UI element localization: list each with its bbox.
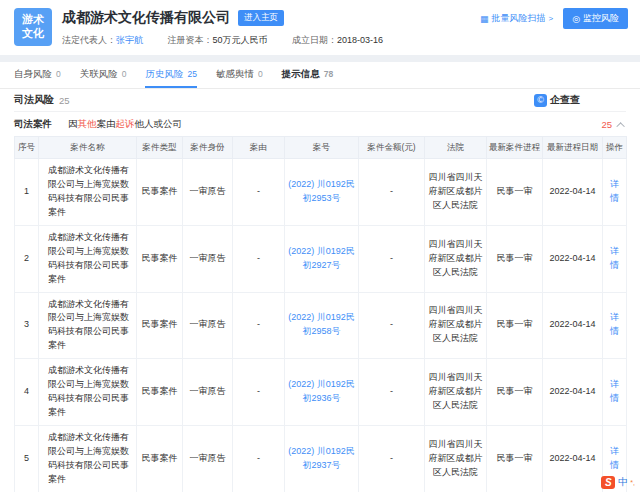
sogou-icon[interactable]: S <box>601 476 615 489</box>
cell-court: 四川省四川天府新区成都片区人民法院 <box>425 225 487 292</box>
reg-capital-label: 注册资本： <box>168 35 213 45</box>
table-row: 3 成都游术文化传播有限公司与上海宽娱数码科技有限公司民事案件 民事案件 一审原… <box>15 292 627 359</box>
tab-notice-info[interactable]: 提示信息78 <box>282 62 333 88</box>
cell-progress-date: 2022-04-14 <box>543 359 603 426</box>
case-no-link[interactable]: (2022) 川0192民初2958号 <box>288 312 355 336</box>
tab-count: 0 <box>258 69 263 79</box>
qichacha-watermark-text: 企查查 <box>550 93 580 107</box>
legal-rep-link[interactable]: 张宇航 <box>116 35 143 45</box>
col-case-type: 案件类型 <box>137 137 183 159</box>
company-logo: 游术 文化 <box>14 8 52 46</box>
case-table: 序号 案件名称 案件类型 案件身份 案由 案号 案件金额(元) 法院 最新案件进… <box>14 136 627 492</box>
cell-case-type: 民事案件 <box>137 225 183 292</box>
cell-case-type: 民事案件 <box>137 359 183 426</box>
cell-index: 4 <box>15 359 39 426</box>
case-no-link[interactable]: (2022) 川0192民初2953号 <box>288 179 355 203</box>
batch-risk-scan-link[interactable]: ▦ 批量风险扫描 > <box>480 12 553 25</box>
col-case-role: 案件身份 <box>183 137 233 159</box>
col-index: 序号 <box>15 137 39 159</box>
table-header-row: 序号 案件名称 案件类型 案件身份 案由 案号 案件金额(元) 法院 最新案件进… <box>15 137 627 159</box>
col-action: 操作 <box>603 137 627 159</box>
cell-case-no: (2022) 川0192民初2937号 <box>285 426 359 492</box>
cell-case-name: 成都游术文化传播有限公司与上海宽娱数码科技有限公司民事案件 <box>39 426 137 492</box>
case-no-link[interactable]: (2022) 川0192民初2927号 <box>288 246 355 270</box>
detail-link[interactable]: 详情 <box>610 246 619 270</box>
cell-progress: 民事一审 <box>487 426 543 492</box>
cell-case-name: 成都游术文化传播有限公司与上海宽娱数码科技有限公司民事案件 <box>39 359 137 426</box>
ime-tool-icons[interactable]: *, <box>630 479 635 486</box>
judicial-risk-section-header: 司法风险 25 © 企查查 <box>14 89 626 112</box>
cell-court: 四川省四川天府新区成都片区人民法院 <box>425 426 487 492</box>
cell-progress-date: 2022-04-14 <box>543 426 603 492</box>
cell-cause: - <box>233 359 285 426</box>
legal-rep-label: 法定代表人： <box>62 35 116 45</box>
tab-count: 25 <box>187 69 196 79</box>
cell-cause: - <box>233 292 285 359</box>
cell-case-role: 一审原告 <box>183 359 233 426</box>
detail-link[interactable]: 详情 <box>610 446 619 470</box>
detail-link[interactable]: 详情 <box>610 379 619 403</box>
tab-count: 0 <box>56 69 61 79</box>
cell-amount: - <box>359 426 425 492</box>
tab-count: 0 <box>122 69 127 79</box>
est-date-label: 成立日期： <box>292 35 337 45</box>
cell-index: 2 <box>15 225 39 292</box>
col-progress-date: 最新进程日期 <box>543 137 603 159</box>
risk-tabs: 自身风险0 关联风险0 历史风险25 敏感舆情0 提示信息78 <box>0 62 640 89</box>
chevron-up-icon <box>616 122 624 130</box>
cell-progress-date: 2022-04-14 <box>543 159 603 226</box>
section-count: 25 <box>59 95 70 106</box>
cell-cause: - <box>233 426 285 492</box>
cell-case-name: 成都游术文化传播有限公司与上海宽娱数码科技有限公司民事案件 <box>39 292 137 359</box>
tab-history-risk[interactable]: 历史风险25 <box>145 62 196 88</box>
col-amount: 案件金额(元) <box>359 137 425 159</box>
enter-homepage-button[interactable]: 进入主页 <box>238 10 284 26</box>
cell-progress-date: 2022-04-14 <box>543 292 603 359</box>
cell-amount: - <box>359 225 425 292</box>
detail-link[interactable]: 详情 <box>610 312 619 336</box>
monitor-risk-label: 监控风险 <box>583 12 619 25</box>
tab-self-risk[interactable]: 自身风险0 <box>14 62 61 88</box>
chevron-right-icon: > <box>548 14 553 23</box>
cell-court: 四川省四川天府新区成都片区人民法院 <box>425 359 487 426</box>
case-no-link[interactable]: (2022) 川0192民初2937号 <box>288 446 355 470</box>
detail-link[interactable]: 详情 <box>610 179 619 203</box>
monitor-risk-button[interactable]: ◎ 监控风险 <box>563 8 628 29</box>
case-no-link[interactable]: (2022) 川0192民初2936号 <box>288 379 355 403</box>
cell-progress-date: 2022-04-14 <box>543 225 603 292</box>
col-case-no: 案号 <box>285 137 359 159</box>
case-description: 因其他案由起诉他人或公司 <box>68 118 182 131</box>
cell-progress: 民事一审 <box>487 159 543 226</box>
cell-amount: - <box>359 359 425 426</box>
collapse-toggle[interactable]: 25 <box>601 119 625 130</box>
tab-count: 78 <box>324 69 333 79</box>
cause-highlight: 其他 <box>78 118 97 129</box>
col-case-name: 案件名称 <box>39 137 137 159</box>
cell-case-role: 一审原告 <box>183 426 233 492</box>
col-court: 法院 <box>425 137 487 159</box>
est-date-value: 2018-03-16 <box>337 35 383 45</box>
monitor-icon: ◎ <box>572 14 580 24</box>
company-info: 成都游术文化传播有限公司 进入主页 法定代表人：张宇航 注册资本：50万元人民币… <box>62 8 405 47</box>
table-row: 1 成都游术文化传播有限公司与上海宽娱数码科技有限公司民事案件 民事案件 一审原… <box>15 159 627 226</box>
logo-text-line2: 文化 <box>22 27 44 41</box>
cell-cause: - <box>233 225 285 292</box>
table-row: 4 成都游术文化传播有限公司与上海宽娱数码科技有限公司民事案件 民事案件 一审原… <box>15 359 627 426</box>
tab-related-risk[interactable]: 关联风险0 <box>80 62 127 88</box>
ime-language-chinese[interactable]: 中 <box>618 475 628 489</box>
cell-case-no: (2022) 川0192民初2927号 <box>285 225 359 292</box>
ime-indicator[interactable]: S 中 *, <box>601 475 635 489</box>
tab-sensitive-news[interactable]: 敏感舆情0 <box>216 62 263 88</box>
cell-progress: 民事一审 <box>487 359 543 426</box>
cell-action: 详情 <box>603 159 627 226</box>
company-name: 成都游术文化传播有限公司 <box>62 9 230 27</box>
batch-risk-scan-label: 批量风险扫描 <box>491 12 545 25</box>
company-header: 游术 文化 成都游术文化传播有限公司 进入主页 法定代表人：张宇航 注册资本：5… <box>0 0 640 55</box>
cell-case-role: 一审原告 <box>183 159 233 226</box>
section-title: 司法风险 <box>14 93 54 107</box>
cell-case-name: 成都游术文化传播有限公司与上海宽娱数码科技有限公司民事案件 <box>39 225 137 292</box>
cell-action: 详情 <box>603 359 627 426</box>
cell-progress: 民事一审 <box>487 292 543 359</box>
table-row: 2 成都游术文化传播有限公司与上海宽娱数码科技有限公司民事案件 民事案件 一审原… <box>15 225 627 292</box>
cell-case-no: (2022) 川0192民初2936号 <box>285 359 359 426</box>
